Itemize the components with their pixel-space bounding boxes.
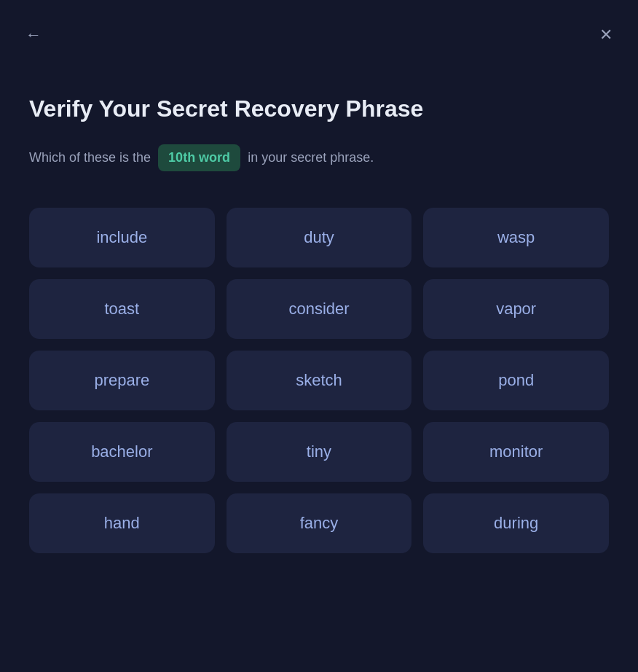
word-option-7[interactable]: prepare xyxy=(29,351,215,410)
word-option-1[interactable]: include xyxy=(29,208,215,267)
word-option-5[interactable]: consider xyxy=(227,279,412,339)
subtitle-after: in your secret phrase. xyxy=(248,150,374,165)
word-option-11[interactable]: tiny xyxy=(227,422,412,482)
word-option-2[interactable]: duty xyxy=(227,208,412,267)
word-option-8[interactable]: sketch xyxy=(227,351,412,410)
close-button[interactable]: ✕ xyxy=(596,22,616,48)
page-title: Verify Your Secret Recovery Phrase xyxy=(29,95,609,122)
word-option-9[interactable]: pond xyxy=(423,351,609,410)
word-option-10[interactable]: bachelor xyxy=(29,422,215,482)
page-container: ← ✕ Verify Your Secret Recovery Phrase W… xyxy=(0,0,638,672)
word-option-12[interactable]: monitor xyxy=(423,422,609,482)
word-position-badge: 10th word xyxy=(158,144,240,171)
word-option-15[interactable]: during xyxy=(423,493,609,553)
word-option-4[interactable]: toast xyxy=(29,279,215,339)
word-option-3[interactable]: wasp xyxy=(423,208,609,267)
back-icon: ← xyxy=(25,26,42,44)
word-option-13[interactable]: hand xyxy=(29,493,215,553)
word-option-6[interactable]: vapor xyxy=(423,279,609,339)
word-grid: includedutywasptoastconsidervaporprepare… xyxy=(29,208,609,553)
subtitle: Which of these is the 10th word in your … xyxy=(29,144,609,171)
back-button[interactable]: ← xyxy=(22,22,45,48)
close-icon: ✕ xyxy=(599,26,613,44)
subtitle-before: Which of these is the xyxy=(29,150,151,165)
word-option-14[interactable]: fancy xyxy=(227,493,412,553)
